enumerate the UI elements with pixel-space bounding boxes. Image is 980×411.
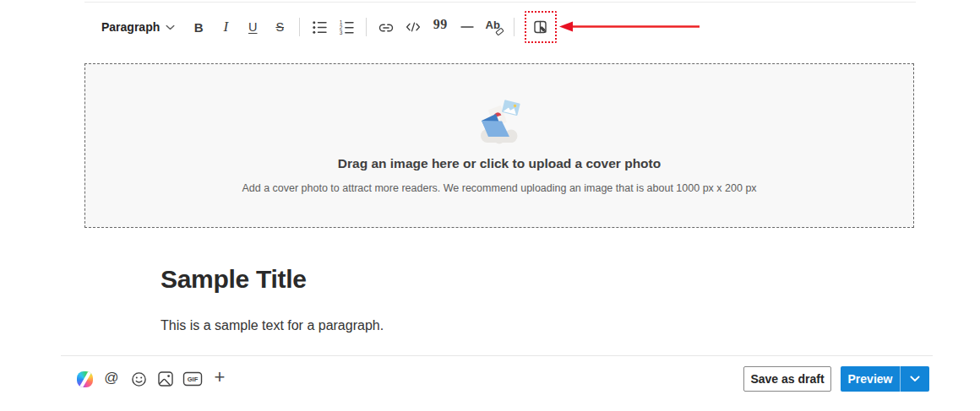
annotation-highlight-box xyxy=(525,11,557,43)
upload-cover-illustration-icon xyxy=(471,98,527,145)
emoji-button[interactable] xyxy=(128,369,149,389)
underline-button[interactable]: U xyxy=(239,14,266,41)
numbered-list-icon: 1 2 3 xyxy=(337,18,356,36)
add-more-button[interactable]: + xyxy=(210,369,230,389)
formatting-toolbar: Paragraph B I U S 1 xyxy=(100,11,557,43)
paragraph-style-dropdown[interactable]: Paragraph xyxy=(100,14,185,41)
insert-image-button[interactable] xyxy=(155,369,176,389)
bullet-list-icon xyxy=(310,18,329,36)
mention-icon: @ xyxy=(104,370,118,387)
edit-panel-button[interactable] xyxy=(527,14,554,41)
svg-text:3: 3 xyxy=(340,30,343,35)
edit-panel-icon xyxy=(531,18,550,36)
preview-label: Preview xyxy=(848,372,893,386)
footer-divider xyxy=(61,355,933,356)
italic-button[interactable]: I xyxy=(212,14,239,41)
paragraph-style-label: Paragraph xyxy=(101,20,160,34)
numbered-list-button[interactable]: 1 2 3 xyxy=(333,14,360,41)
toolbar-divider xyxy=(299,18,300,36)
preview-split-button: Preview xyxy=(841,366,929,392)
preview-dropdown-button[interactable] xyxy=(900,366,929,392)
plus-icon: + xyxy=(215,366,226,388)
insert-gif-button[interactable]: GIF xyxy=(182,369,203,389)
clear-formatting-button[interactable]: Ab xyxy=(481,14,508,41)
link-icon xyxy=(377,18,395,36)
copilot-button[interactable] xyxy=(74,369,95,389)
code-icon xyxy=(404,18,422,36)
strikethrough-icon: S xyxy=(275,20,284,34)
underline-icon: U xyxy=(248,20,257,34)
eraser-icon xyxy=(495,27,504,36)
mention-button[interactable]: @ xyxy=(101,369,122,389)
dropzone-subtext: Add a cover photo to attract more reader… xyxy=(242,182,756,194)
blockquote-button[interactable]: 99 xyxy=(427,14,454,41)
post-title-field[interactable]: Sample Title xyxy=(161,265,307,294)
bold-icon: B xyxy=(194,20,204,35)
toolbar-divider xyxy=(366,18,367,36)
emoji-icon xyxy=(130,370,148,388)
chevron-down-icon xyxy=(910,376,920,382)
preview-button[interactable]: Preview xyxy=(841,366,900,392)
copilot-icon xyxy=(77,371,93,387)
chevron-down-icon xyxy=(166,24,175,30)
gif-icon: GIF xyxy=(182,371,203,387)
annotation-arrow xyxy=(559,19,701,34)
strikethrough-button[interactable]: S xyxy=(266,14,293,41)
image-icon xyxy=(156,370,175,388)
save-as-draft-label: Save as draft xyxy=(750,372,824,386)
save-as-draft-button[interactable]: Save as draft xyxy=(743,366,831,392)
svg-text:GIF: GIF xyxy=(188,376,199,383)
toolbar-divider xyxy=(514,18,514,36)
code-block-button[interactable] xyxy=(400,14,427,41)
cover-photo-dropzone[interactable]: Drag an image here or click to upload a … xyxy=(84,63,914,228)
toolbar-top-divider xyxy=(84,2,916,3)
quote-icon: 99 xyxy=(433,18,448,36)
horizontal-line-icon xyxy=(458,18,476,36)
horizontal-line-button[interactable] xyxy=(454,14,481,41)
italic-icon: I xyxy=(223,19,228,35)
bullet-list-button[interactable] xyxy=(306,14,333,41)
footer-insert-toolbar: @ GIF + xyxy=(74,369,230,389)
bold-button[interactable]: B xyxy=(185,14,212,41)
post-body-field[interactable]: This is a sample text for a paragraph. xyxy=(161,318,384,333)
dropzone-heading: Drag an image here or click to upload a … xyxy=(338,156,661,171)
insert-link-button[interactable] xyxy=(373,14,400,41)
